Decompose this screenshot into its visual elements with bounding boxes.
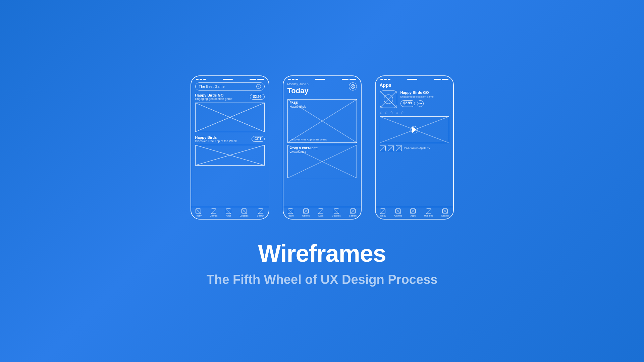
phone1-search-bar[interactable]: The Best Game ✕: [195, 82, 265, 90]
main-title: Wireframes: [207, 240, 437, 267]
search-text: The Best Game: [199, 84, 225, 88]
tab2-games-label: Games: [302, 215, 310, 217]
status-bar-item: [257, 79, 264, 80]
tab2-apps[interactable]: Apps: [318, 208, 323, 217]
phone3-status-bar: [376, 76, 453, 81]
phone2-tab-bar: Today Games Apps Updates: [283, 207, 361, 219]
search-icon: [258, 208, 263, 214]
tab2-today[interactable]: Today: [287, 208, 294, 217]
status-line-center: [407, 79, 417, 80]
watch-icon: [388, 145, 394, 151]
phone3-video[interactable]: [380, 116, 449, 143]
phone1-image1: [195, 103, 265, 132]
status-bar-item: [434, 79, 441, 80]
tab2-search[interactable]: Search: [349, 208, 357, 217]
status-line-center: [315, 79, 325, 80]
tab3-games[interactable]: Games: [394, 208, 402, 217]
card2-label: WORLD PREMIERE: [290, 146, 318, 150]
phone3-app-detail: Happy Birds GO Engaging geolocation game…: [380, 90, 449, 108]
tab3-updates-label: Updates: [424, 215, 433, 217]
phone-2: Monday, June 5 Today FREE Happy Birds Di…: [283, 75, 362, 220]
phone3-app-info: Happy Birds GO Engaging geolocation game…: [400, 90, 449, 107]
play-button[interactable]: [411, 126, 418, 133]
search3-icon: [442, 208, 448, 214]
today-date: Monday, June 5: [287, 82, 309, 86]
updates3-icon: [426, 208, 431, 214]
tab3-updates[interactable]: Updates: [424, 208, 433, 217]
phone3-more-btn[interactable]: •••: [417, 100, 424, 107]
search2-icon: [350, 208, 356, 214]
tab-apps-label: Apps: [226, 215, 231, 217]
status-dot: [196, 79, 199, 80]
tab-games-label: Games: [210, 215, 218, 217]
app1-info: Happy Birds GO Engaging geolocation game: [195, 93, 248, 101]
status-dot: [384, 79, 387, 80]
status-bar-item: [250, 79, 256, 80]
games3-icon: [395, 208, 401, 214]
today-close-btn[interactable]: [349, 82, 357, 90]
tab2-updates-label: Updates: [332, 215, 341, 217]
updates-icon: [241, 208, 247, 214]
status-dot: [380, 79, 383, 80]
app2-info: Happy Birds Discover Free App of the Wee…: [195, 135, 249, 143]
search-clear-icon[interactable]: ✕: [256, 84, 261, 89]
status-bars-right: [342, 79, 356, 80]
phone1-image2: [195, 145, 265, 166]
status-dot: [388, 79, 390, 80]
tab-search[interactable]: Search: [257, 208, 264, 217]
status-bar-item: [350, 79, 356, 80]
phone1-status-bar: [191, 76, 269, 81]
games-icon: [211, 208, 216, 214]
tab-search-label: Search: [257, 215, 264, 217]
status-bar-item: [342, 79, 348, 80]
phone3-stars: ☆ ☆ ☆ ☆ ☆: [380, 111, 449, 114]
sub-title: The Fifth Wheel of UX Design Process: [207, 273, 437, 287]
status-bars-right: [434, 79, 448, 80]
phone3-price-btn[interactable]: $2.99: [400, 100, 415, 107]
tab3-apps-label: Apps: [411, 215, 416, 217]
tab-apps[interactable]: Apps: [226, 208, 231, 217]
tab2-today-label: Today: [287, 215, 294, 217]
phone3-content: Apps Happy Birds GO Engaging geolocation…: [376, 81, 453, 207]
today2-icon: [288, 208, 293, 214]
phone1-app1: Happy Birds GO Engaging geolocation game…: [195, 93, 265, 101]
tab3-today[interactable]: Today: [380, 208, 386, 217]
status-dots-left: [196, 79, 206, 80]
phone3-app-btns: $2.99 •••: [400, 100, 449, 107]
card1-sublabel: Happy Birds: [290, 105, 306, 108]
phone3-section-title: Apps: [380, 82, 449, 88]
phone1-content: The Best Game ✕ Happy Birds GO Engaging …: [191, 81, 269, 207]
title-section: Wireframes The Fifth Wheel of UX Design …: [207, 240, 437, 287]
ipad-icon: [380, 145, 386, 151]
phone-1: The Best Game ✕ Happy Birds GO Engaging …: [191, 75, 269, 220]
today-icon: [196, 208, 201, 214]
tab2-games[interactable]: Games: [302, 208, 310, 217]
tab2-apps-label: Apps: [318, 215, 324, 217]
updates2-icon: [334, 208, 339, 214]
app1-price-btn[interactable]: $2.99: [250, 94, 264, 100]
status-line-center: [223, 79, 233, 80]
tab3-today-label: Today: [380, 215, 386, 217]
card1-label: FREE: [290, 101, 298, 104]
app2-title: Happy Birds: [195, 135, 249, 139]
status-dot: [288, 79, 291, 80]
app1-sub: Engaging geolocation game: [195, 97, 248, 101]
status-bar-item: [442, 79, 448, 80]
tab-games[interactable]: Games: [210, 208, 218, 217]
phone1-app2: Happy Birds Discover Free App of the Wee…: [195, 135, 265, 143]
phone3-app-sub: Engaging geolocation game: [400, 95, 449, 98]
today-card1[interactable]: FREE Happy Birds Discover Free App of th…: [287, 99, 357, 143]
apps-icon: [226, 208, 231, 214]
tab2-updates[interactable]: Updates: [332, 208, 341, 217]
tab3-search[interactable]: Search: [441, 208, 449, 217]
today-card2[interactable]: WORLD PREMIERE WholeNotes: [287, 145, 357, 178]
platform-label: iPad, Watch, Apple TV: [404, 146, 431, 149]
phone3-tab-bar: Today Games Apps Updates: [376, 207, 453, 219]
tab-updates[interactable]: Updates: [240, 208, 249, 217]
status-bars-right: [250, 79, 264, 80]
status-dots-left: [288, 79, 298, 80]
apps2-icon: [318, 208, 323, 214]
tab3-apps[interactable]: Apps: [410, 208, 416, 217]
app2-get-btn[interactable]: GET: [252, 136, 265, 142]
tab-today[interactable]: Today: [195, 208, 202, 217]
